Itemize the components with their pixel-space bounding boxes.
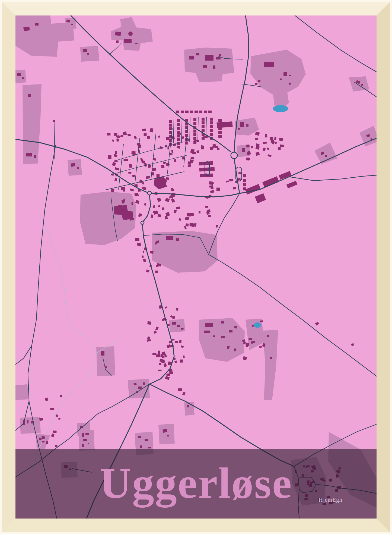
map-building [115, 151, 117, 154]
map-roundabout [141, 221, 144, 224]
map-building [208, 215, 211, 217]
map-rowhouse [210, 118, 213, 121]
map-building [116, 40, 119, 43]
map-building [246, 145, 250, 147]
map-building [166, 137, 170, 140]
map-building [42, 441, 44, 442]
map-parcel-area [15, 384, 28, 400]
map-building [133, 383, 136, 385]
map-building [187, 213, 191, 216]
map-building [135, 238, 139, 241]
map-building [156, 240, 159, 243]
map-building [88, 443, 89, 444]
map-building [124, 159, 128, 161]
map-building [229, 330, 232, 332]
map-building [134, 193, 139, 196]
map-building [139, 214, 142, 216]
map-building [167, 146, 169, 150]
map-building [178, 388, 182, 391]
map-building [45, 398, 48, 401]
map-building [193, 139, 197, 143]
map-rowhouse [218, 135, 222, 138]
map-building [148, 447, 151, 448]
map-building [121, 187, 125, 190]
map-building [187, 405, 189, 407]
map-rowhouse [190, 111, 193, 113]
map-building [143, 382, 145, 385]
map-rowhouse [169, 120, 172, 123]
map-building [180, 360, 183, 363]
map-building [137, 143, 140, 145]
map-building [199, 211, 200, 213]
map-building [56, 414, 58, 417]
map-building [157, 174, 160, 178]
map-rowhouse [193, 133, 196, 136]
map-building [39, 418, 43, 421]
map-building [155, 271, 158, 273]
map-building [58, 418, 60, 420]
map-building [87, 53, 89, 55]
map-rowhouse [210, 133, 213, 136]
map-building [185, 217, 189, 220]
map-building [213, 335, 215, 337]
map-rowhouse [176, 111, 179, 113]
map-silo [55, 445, 58, 447]
map-building [238, 128, 240, 130]
map-building [71, 163, 75, 167]
map-building [190, 213, 194, 216]
map-rowhouse [193, 130, 196, 133]
map-building [204, 331, 210, 333]
map-rowhouse [208, 111, 212, 113]
map-building [159, 363, 161, 365]
map-building [258, 80, 260, 82]
map-building [234, 326, 237, 328]
map-rowhouse [243, 179, 246, 182]
map-building [17, 73, 21, 76]
map-rowhouse [243, 174, 246, 177]
map-building [240, 122, 244, 127]
map-rowhouse [177, 119, 180, 122]
map-building [233, 187, 236, 189]
map-silo [219, 54, 221, 56]
map-rowhouse [218, 123, 222, 126]
map-building [144, 133, 147, 136]
map-building [158, 178, 160, 180]
map-building [161, 359, 165, 363]
city-map [15, 15, 377, 519]
map-roundabout [148, 191, 151, 195]
map-building [147, 136, 150, 139]
map-building [138, 436, 141, 438]
map-building [162, 207, 164, 210]
map-building [172, 316, 175, 319]
map-parcel-area [80, 46, 99, 62]
map-building [187, 139, 190, 141]
map-building [196, 53, 199, 55]
map-building [221, 336, 225, 338]
map-silo [128, 32, 133, 36]
map-rowhouse [218, 131, 222, 134]
map-building [165, 177, 169, 180]
map-rowhouse [218, 119, 222, 122]
map-building [139, 150, 140, 153]
map-building [172, 322, 176, 325]
map-rowhouse [210, 129, 213, 132]
map-building [289, 75, 291, 76]
map-building [229, 179, 233, 181]
map-building [189, 56, 194, 59]
map-rowhouse [169, 124, 172, 127]
map-building [177, 325, 180, 327]
map-building [162, 356, 164, 358]
map-parcel-area [96, 346, 115, 376]
map-building [147, 321, 151, 325]
map-building [124, 39, 132, 43]
map-building [153, 205, 155, 208]
map-rowhouse [181, 111, 184, 113]
map-building [178, 133, 181, 135]
map-building [140, 445, 142, 448]
map-rowhouse [218, 127, 222, 130]
map-building [114, 133, 117, 136]
map-building [263, 148, 266, 151]
map-building [280, 145, 284, 147]
map-building [34, 155, 36, 158]
map-building [53, 431, 56, 433]
